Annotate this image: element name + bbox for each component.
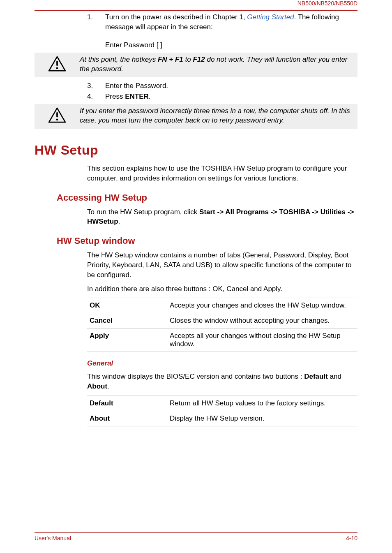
definition: Closes the window without accepting your… bbox=[167, 313, 357, 329]
heading-accessing: Accessing HW Setup bbox=[57, 192, 357, 203]
paragraph: The HW Setup window contains a number of… bbox=[87, 250, 357, 280]
table-row: Cancel Closes the window without accepti… bbox=[87, 313, 357, 329]
paragraph: This section explains how to use the TOS… bbox=[87, 164, 357, 183]
text-bold: F12 bbox=[193, 56, 205, 63]
text-fragment: At this point, the hotkeys bbox=[80, 56, 158, 63]
callout-text: If you enter the password incorrectly th… bbox=[80, 106, 353, 125]
text-bold: ENTER bbox=[125, 93, 149, 100]
paragraph: In addition there are also three buttons… bbox=[87, 284, 357, 294]
svg-point-5 bbox=[56, 119, 58, 121]
svg-point-2 bbox=[56, 67, 58, 69]
text-fragment: . bbox=[149, 93, 151, 100]
footer-right: 4-10 bbox=[346, 535, 357, 541]
list-number: 3. bbox=[87, 81, 105, 91]
term: About bbox=[87, 411, 167, 426]
term: Apply bbox=[87, 329, 167, 352]
hwsetup-intro: This section explains how to use the TOS… bbox=[87, 164, 357, 183]
svg-rect-1 bbox=[56, 60, 58, 66]
getting-started-link[interactable]: Getting Started bbox=[247, 13, 294, 21]
table-row: About Display the HW Setup version. bbox=[87, 411, 357, 426]
list-item: 3. Enter the Password. bbox=[87, 81, 357, 91]
text-fragment: Press bbox=[105, 93, 125, 100]
text-fragment: . bbox=[107, 382, 109, 390]
heading-hw-setup: HW Setup bbox=[35, 143, 357, 158]
paragraph: This window displays the BIOS/EC version… bbox=[87, 372, 357, 391]
term: Default bbox=[87, 396, 167, 411]
text-bold: Default bbox=[304, 373, 328, 380]
warning-icon bbox=[35, 55, 80, 72]
table-row: Default Return all HW Setup values to th… bbox=[87, 396, 357, 411]
list-number: 1. bbox=[87, 12, 105, 32]
buttons-table: OK Accepts your changes and closes the H… bbox=[87, 298, 357, 352]
text-fragment: and bbox=[328, 373, 341, 380]
header-model: NB500/NB520/NB550D bbox=[35, 0, 357, 7]
warning-callout: If you enter the password incorrectly th… bbox=[35, 104, 357, 129]
general-table: Default Return all HW Setup values to th… bbox=[87, 396, 357, 426]
text-fragment: This window displays the BIOS/EC version… bbox=[87, 373, 304, 380]
warning-callout: At this point, the hotkeys FN + F1 to F1… bbox=[35, 53, 357, 77]
page-footer: User's Manual 4-10 bbox=[35, 532, 357, 541]
list-item: 4. Press ENTER. bbox=[87, 92, 357, 102]
window-body: The HW Setup window contains a number of… bbox=[87, 250, 357, 426]
text-fragment: . bbox=[118, 217, 120, 225]
svg-rect-4 bbox=[56, 112, 58, 118]
text-fragment: Turn on the power as described in Chapte… bbox=[105, 13, 247, 21]
text-bold: About bbox=[87, 382, 107, 390]
header-rule bbox=[35, 10, 357, 11]
list-text: Press ENTER. bbox=[105, 92, 357, 102]
text-bold: FN + F1 bbox=[158, 56, 183, 63]
steps-block: 3. Enter the Password. 4. Press ENTER. bbox=[87, 81, 357, 102]
list-text: Turn on the power as described in Chapte… bbox=[105, 12, 357, 32]
callout-text: At this point, the hotkeys FN + F1 to F1… bbox=[80, 55, 353, 74]
term: Cancel bbox=[87, 313, 167, 329]
paragraph: To run the HW Setup program, click Start… bbox=[87, 207, 357, 227]
text-fragment: to bbox=[183, 56, 193, 63]
definition: Accepts all your changes without closing… bbox=[167, 329, 357, 352]
footer-left: User's Manual bbox=[35, 535, 71, 541]
table-row: OK Accepts your changes and closes the H… bbox=[87, 298, 357, 313]
page: NB500/NB520/NB550D 1. Turn on the power … bbox=[0, 0, 392, 553]
intro-block: 1. Turn on the power as described in Cha… bbox=[87, 12, 357, 49]
accessing-body: To run the HW Setup program, click Start… bbox=[87, 207, 357, 227]
definition: Display the HW Setup version. bbox=[167, 411, 357, 426]
list-text: Enter the Password. bbox=[105, 81, 357, 91]
definition: Accepts your changes and closes the HW S… bbox=[167, 298, 357, 313]
heading-general: General bbox=[87, 359, 357, 368]
password-prompt: Enter Password [ ] bbox=[105, 41, 357, 49]
heading-window: HW Setup window bbox=[57, 236, 357, 246]
list-item: 1. Turn on the power as described in Cha… bbox=[87, 12, 357, 32]
list-number: 4. bbox=[87, 92, 105, 102]
table-row: Apply Accepts all your changes without c… bbox=[87, 329, 357, 352]
term: OK bbox=[87, 298, 167, 313]
definition: Return all HW Setup values to the factor… bbox=[167, 396, 357, 411]
warning-icon bbox=[35, 106, 80, 123]
text-fragment: To run the HW Setup program, click bbox=[87, 208, 199, 216]
